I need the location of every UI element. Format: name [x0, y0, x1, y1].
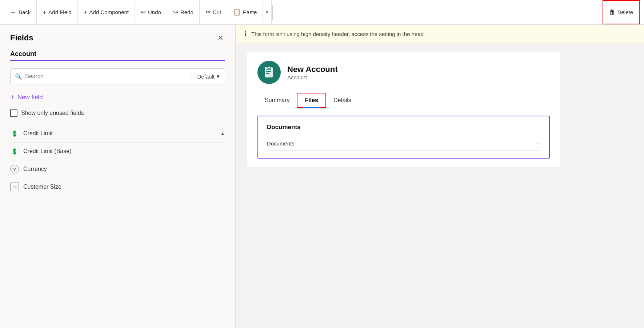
info-text: This form isn't using high density heade…	[251, 31, 424, 37]
cut-icon: ✂	[205, 8, 211, 16]
tabs-row: Summary Files Details	[257, 93, 550, 108]
paste-label: Paste	[243, 9, 257, 15]
back-icon: ←	[10, 9, 16, 16]
avatar	[257, 61, 281, 84]
default-dropdown-button[interactable]: Default ▾	[192, 69, 225, 84]
field-item-left: ? Currency	[10, 165, 47, 173]
svg-rect-4	[268, 67, 271, 68]
field-item[interactable]: ▭ Customer Size	[10, 178, 225, 196]
undo-button[interactable]: ↩ Undo	[135, 0, 167, 24]
search-icon: 🔍	[15, 73, 22, 80]
fields-list: 💲 Credit Limit ▲ 💲 Credit Limit (Base) ?…	[10, 125, 225, 321]
credit-limit-base-icon: 💲	[10, 147, 19, 156]
field-item-left: 💲 Credit Limit	[10, 129, 53, 138]
toolbar-divider	[272, 5, 273, 20]
search-row: 🔍 Default ▾	[10, 68, 225, 84]
delete-button[interactable]: 🗑 Delete	[603, 0, 640, 24]
field-name: Credit Limit (Base)	[23, 148, 71, 155]
document-row: Documents ---	[267, 137, 540, 151]
document-label: Documents	[267, 140, 295, 147]
form-title: New Account	[287, 65, 338, 74]
currency-icon: ?	[10, 165, 19, 173]
fields-sidebar: Fields ✕ Account 🔍 Default ▾ + New field…	[0, 25, 236, 328]
search-input-wrap: 🔍	[11, 69, 192, 84]
chevron-down-icon: ▾	[217, 73, 220, 80]
field-item-left: ▭ Customer Size	[10, 183, 61, 191]
tab-summary[interactable]: Summary	[257, 93, 297, 107]
default-dropdown-label: Default	[197, 73, 215, 80]
show-unused-checkbox[interactable]	[10, 109, 17, 117]
info-icon: ℹ	[244, 30, 247, 38]
add-component-icon: +	[84, 9, 87, 16]
field-name: Credit Limit	[23, 130, 53, 137]
customer-size-icon: ▭	[10, 183, 19, 191]
delete-icon: 🗑	[609, 9, 615, 16]
redo-icon: ↪	[173, 8, 178, 16]
document-value: ---	[535, 140, 540, 147]
add-component-button[interactable]: + Add Component	[78, 0, 135, 24]
field-item-left: 💲 Credit Limit (Base)	[10, 147, 71, 156]
scroll-up-icon: ▲	[220, 131, 225, 136]
account-tab[interactable]: Account	[10, 50, 225, 61]
field-item[interactable]: ? Currency	[10, 160, 225, 178]
paste-button[interactable]: 📋 Paste	[227, 0, 263, 24]
tab-details[interactable]: Details	[326, 93, 359, 107]
info-banner: ℹ This form isn't using high density hea…	[236, 25, 644, 43]
paste-dropdown-button[interactable]: ▾	[263, 0, 272, 24]
delete-label: Delete	[617, 9, 633, 15]
field-name: Currency	[23, 166, 47, 172]
add-field-label: Add Field	[48, 9, 71, 15]
svg-rect-2	[266, 71, 271, 72]
content-area: ℹ This form isn't using high density hea…	[236, 25, 644, 328]
svg-rect-0	[265, 67, 273, 77]
new-field-label: New field	[17, 94, 43, 101]
plus-icon: +	[10, 93, 15, 101]
cut-label: Cut	[213, 9, 221, 15]
field-item[interactable]: 💲 Credit Limit ▲	[10, 125, 225, 143]
form-subtitle: Account	[287, 74, 338, 80]
sidebar-title: Fields	[10, 33, 33, 43]
form-header: New Account Account	[257, 61, 550, 84]
redo-label: Redo	[180, 9, 193, 15]
show-unused-label: Show only unused fields	[21, 110, 84, 116]
new-field-button[interactable]: + New field	[10, 92, 225, 103]
search-input[interactable]	[25, 73, 187, 80]
field-item[interactable]: 💲 Credit Limit (Base)	[10, 143, 225, 160]
cut-button[interactable]: ✂ Cut	[200, 0, 227, 24]
add-component-label: Add Component	[89, 9, 129, 15]
form-area: New Account Account Summary Files Detail…	[236, 43, 644, 328]
back-label: Back	[19, 9, 31, 15]
tab-files[interactable]: Files	[297, 93, 326, 108]
sidebar-header: Fields ✕	[10, 32, 225, 44]
close-sidebar-button[interactable]: ✕	[216, 32, 225, 44]
documents-title: Documents	[267, 124, 540, 131]
documents-section: Documents Documents ---	[257, 116, 550, 159]
field-name: Customer Size	[23, 184, 61, 190]
add-field-button[interactable]: + Add Field	[37, 0, 77, 24]
add-field-icon: +	[43, 9, 46, 16]
show-unused-row: Show only unused fields	[10, 109, 225, 117]
credit-limit-icon: 💲	[10, 129, 19, 138]
form-title-wrap: New Account Account	[287, 65, 338, 80]
paste-icon: 📋	[233, 8, 241, 16]
back-button[interactable]: ← Back	[4, 0, 37, 24]
undo-label: Undo	[148, 9, 161, 15]
main-layout: Fields ✕ Account 🔍 Default ▾ + New field…	[0, 25, 644, 328]
toolbar: ← Back + Add Field + Add Component ↩ Und…	[0, 0, 644, 25]
svg-rect-1	[266, 69, 271, 70]
redo-button[interactable]: ↪ Redo	[167, 0, 200, 24]
form-card: New Account Account Summary Files Detail…	[247, 52, 560, 167]
close-icon: ✕	[217, 34, 224, 42]
svg-rect-3	[266, 73, 269, 74]
undo-icon: ↩	[141, 8, 146, 16]
